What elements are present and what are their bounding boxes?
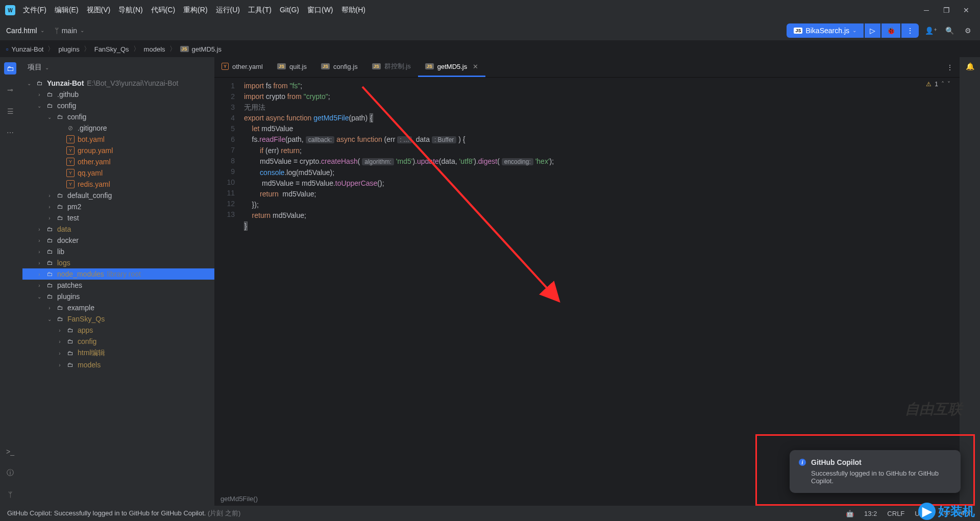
tree-node[interactable]: ›🗀models [22, 359, 214, 370]
settings-icon[interactable]: ⚙ [962, 24, 974, 37]
tree-node[interactable]: ›🗀node_modules library root [22, 268, 214, 280]
caret-position[interactable]: 13:2 [864, 510, 877, 517]
editor-tab[interactable]: Yother.yaml [214, 57, 270, 77]
breadcrumb-item[interactable]: FanSky_Qs [94, 45, 129, 53]
editor-tab[interactable]: JS群控制.js [365, 57, 418, 77]
search-icon[interactable]: 🔍 [943, 24, 955, 37]
menu-item[interactable]: 运行(U) [216, 6, 240, 15]
tree-node[interactable]: ⌄🗀config [22, 100, 214, 111]
tree-node-label: patches [57, 281, 82, 289]
line-separator[interactable]: CRLF [887, 510, 904, 517]
editor-tab[interactable]: JSconfig.js [314, 57, 365, 77]
tree-node[interactable]: Yother.yaml [22, 156, 214, 167]
editor-tab[interactable]: JSquit.js [270, 57, 314, 77]
tree-node[interactable]: ›🗀patches [22, 280, 214, 291]
tree-node[interactable]: ⌄🗀FanSky_Qs [22, 313, 214, 325]
maximize-icon[interactable]: ❐ [943, 7, 950, 14]
menu-item[interactable]: 编辑(E) [55, 6, 79, 15]
code-editor[interactable]: import fs from "fs";import crypto from "… [240, 78, 960, 491]
tree-node[interactable]: Yredis.yaml [22, 179, 214, 190]
tree-arrow-icon: › [36, 92, 43, 97]
tree-node[interactable]: ›🗀html编辑 [22, 347, 214, 359]
tree-node[interactable]: ›🗀example [22, 302, 214, 313]
tree-node[interactable]: ›🗀pm2 [22, 201, 214, 212]
breadcrumb-item[interactable]: plugins [58, 45, 79, 53]
tree-node[interactable]: ⊘.gitignore [22, 122, 214, 134]
tree-node[interactable]: ›🗀test [22, 212, 214, 224]
project-tool-icon[interactable]: 🗀 [4, 62, 16, 75]
menu-item[interactable]: 文件(F) [23, 6, 46, 15]
tree-node-label: config [57, 102, 76, 110]
tree-node[interactable]: ›🗀apps [22, 325, 214, 336]
menu-item[interactable]: 工具(T) [248, 6, 272, 15]
close-icon[interactable]: ✕ [963, 7, 970, 14]
git-branch-selector[interactable]: ᛘ main ⌄ [55, 27, 84, 35]
current-file-selector[interactable]: Card.html ⌄ [6, 27, 44, 35]
terminal-icon[interactable]: >_ [4, 445, 16, 458]
tree-node-label: models [78, 361, 101, 369]
editor-tab[interactable]: JSgetMD5.js✕ [418, 57, 486, 77]
minimize-icon[interactable]: ─ [923, 7, 930, 14]
menu-item[interactable]: 代码(C) [151, 6, 175, 15]
tree-arrow-icon: ⌄ [46, 316, 53, 322]
code-with-me-icon[interactable]: 👤⁺ [925, 24, 937, 37]
tree-node[interactable]: ›🗀default_config [22, 190, 214, 201]
close-tab-icon[interactable]: ✕ [473, 63, 478, 70]
structure-tool-icon[interactable]: ☰ [4, 105, 16, 117]
folder-icon: 🗀 [56, 191, 64, 200]
tab-label: quit.js [289, 63, 307, 70]
problems-icon[interactable]: ⓘ [4, 467, 16, 479]
vcs-icon[interactable]: ᛘ [4, 488, 16, 501]
menu-item[interactable]: 帮助(H) [341, 6, 365, 15]
notification-body: Successfully logged in to GitHub for Git… [799, 469, 951, 485]
tree-node[interactable]: ⌄🗀plugins [22, 291, 214, 302]
more-tool-icon[interactable]: ⋯ [4, 127, 16, 139]
yaml-icon: Y [66, 158, 75, 166]
yaml-icon: Y [222, 63, 229, 70]
notification-popup[interactable]: i GitHub Copilot Successfully logged in … [790, 450, 961, 493]
menu-item[interactable]: 窗口(W) [307, 6, 333, 15]
commit-tool-icon[interactable]: ⊸ [4, 84, 16, 96]
tree-node[interactable]: Ygroup.yaml [22, 145, 214, 156]
run-config-selector[interactable]: JS BikaSearch.js ⌄ [787, 23, 864, 38]
folder-icon: 🗀 [56, 203, 64, 211]
chevron-up-icon[interactable]: ˄ [941, 81, 944, 88]
chevron-down-icon[interactable]: ˅ [947, 81, 950, 88]
tree-node-label: other.yaml [78, 158, 111, 166]
tree-arrow-icon: › [36, 260, 43, 266]
menu-item[interactable]: 重构(R) [183, 6, 207, 15]
breadcrumb-item[interactable]: ▫Yunzai-Bot [6, 45, 43, 53]
tree-node[interactable]: ›🗀data [22, 224, 214, 235]
breadcrumb-item[interactable]: models [144, 45, 165, 53]
tree-node[interactable]: ⌄🗀config [22, 111, 214, 122]
tree-node[interactable]: ›🗀.github [22, 89, 214, 100]
more-run-button[interactable]: ⋮ [901, 23, 919, 38]
warning-count: 1 [935, 81, 938, 88]
function-breadcrumb[interactable]: getMd5File() [214, 491, 960, 506]
menu-item[interactable]: 视图(V) [87, 6, 111, 15]
tree-arrow-icon: › [36, 238, 43, 243]
tabs-menu-icon[interactable]: ⋮ [940, 63, 960, 71]
tree-node[interactable]: Yqq.yaml [22, 167, 214, 179]
folder-icon: 🗀 [66, 349, 75, 357]
tree-node[interactable]: ›🗀lib [22, 246, 214, 257]
breadcrumb-item[interactable]: JSgetMD5.js [180, 45, 222, 53]
run-button[interactable]: ▷ [865, 23, 880, 38]
menu-item[interactable]: Git(G) [280, 6, 299, 15]
tree-node[interactable]: ›🗀docker [22, 235, 214, 246]
tree-node-suffix: library root [107, 270, 141, 278]
tree-node-label: apps [78, 326, 93, 334]
project-panel-header[interactable]: 项目 ⌄ [20, 57, 214, 78]
inspection-widget[interactable]: ⚠ 1 ˄ ˅ [926, 81, 950, 88]
tree-node[interactable]: ›🗀config [22, 336, 214, 347]
copilot-status-icon[interactable]: 🤖 [846, 510, 854, 517]
tab-label: other.yaml [232, 63, 263, 70]
debug-button[interactable]: 🐞 [881, 23, 900, 38]
tree-node-label: qq.yaml [78, 169, 103, 177]
tree-root[interactable]: ⌄ 🗀 Yunzai-Bot E:\Bot_V3\yunzai\Yunzai-B… [22, 78, 214, 89]
tree-node[interactable]: ›🗀logs [22, 257, 214, 268]
menu-item[interactable]: 导航(N) [118, 6, 142, 15]
chevron-down-icon: ⌄ [852, 28, 856, 33]
notifications-icon[interactable]: 🔔 [966, 62, 974, 70]
tree-node[interactable]: Ybot.yaml [22, 134, 214, 145]
